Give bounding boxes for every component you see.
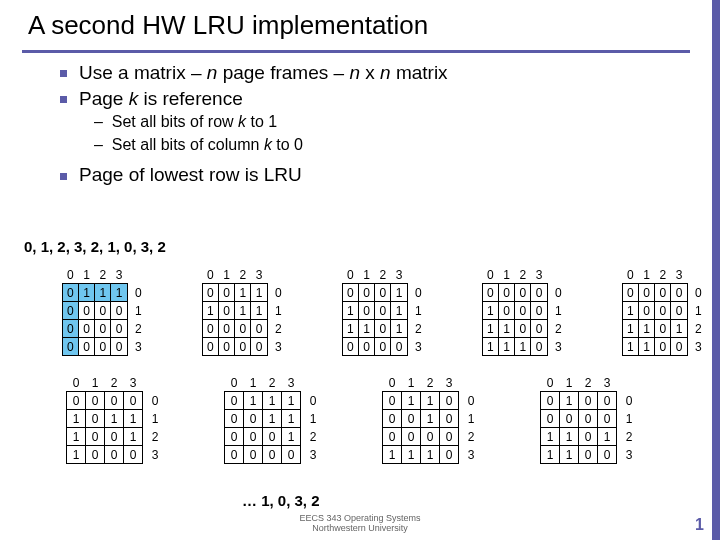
footer: EECS 343 Operating SystemsNorthwestern U… xyxy=(0,514,720,534)
slide-title: A second HW LRU implementation xyxy=(28,10,428,41)
matrix: 012301000000011101211003 xyxy=(522,374,638,464)
body-text: Use a matrix – n page frames – n x n mat… xyxy=(60,60,690,188)
subbullet-1: – Set all bits of row k to 1 xyxy=(94,111,690,133)
answer: … 1, 0, 3, 2 xyxy=(242,492,320,509)
page-number: 1 xyxy=(695,516,704,534)
accent-bar xyxy=(712,0,720,540)
matrix: 012301110000010000200003 xyxy=(48,266,146,356)
bullet-icon xyxy=(60,70,67,77)
matrices: 0123011100000100002000030123001101011100… xyxy=(48,266,706,482)
matrix: 012300110101110000200003 xyxy=(188,266,286,356)
matrix: 012300000100011100211103 xyxy=(468,266,566,356)
bullet-2: Page k is reference xyxy=(79,88,243,109)
title-rule xyxy=(22,50,690,53)
bullet-1: Use a matrix – n page frames – n x n mat… xyxy=(79,62,448,83)
matrix: 012300000100011101211003 xyxy=(608,266,706,356)
bullet-icon xyxy=(60,173,67,180)
matrix: 012300010100111101200003 xyxy=(328,266,426,356)
matrix: 012300000101111001210003 xyxy=(48,374,164,464)
subbullet-2: – Set all bits of column k to 0 xyxy=(94,134,690,156)
sequence: 0, 1, 2, 3, 2, 1, 0, 3, 2 xyxy=(24,238,166,255)
bullet-3: Page of lowest row is LRU xyxy=(79,164,302,185)
matrix: 012301110001110001200003 xyxy=(206,374,322,464)
bullet-icon xyxy=(60,96,67,103)
matrix: 012301100001010000211103 xyxy=(364,374,480,464)
